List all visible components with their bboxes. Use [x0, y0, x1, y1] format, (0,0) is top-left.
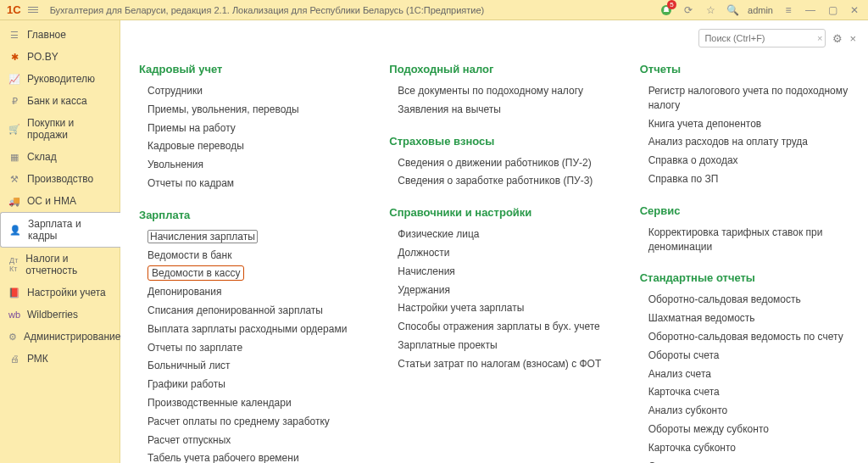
sidebar-item-settings[interactable]: 📕Настройки учета: [0, 282, 120, 304]
sidebar-item-label: Склад: [27, 151, 57, 163]
sidebar-item-label: ОС и НМА: [27, 195, 76, 207]
sidebar-item-label: Главное: [27, 29, 66, 41]
section-link[interactable]: Приемы на работу: [139, 120, 355, 138]
sidebar-item-label: Зарплата и кадры: [28, 218, 112, 242]
section-link[interactable]: Зарплатные проекты: [389, 337, 605, 355]
section-link[interactable]: Справка о доходах: [640, 152, 856, 170]
section-title: Подоходный налог: [389, 63, 605, 75]
section-link[interactable]: Шахматная ведомость: [640, 310, 856, 328]
section: Стандартные отчетыОборотно-сальдовая вед…: [640, 271, 856, 463]
section-link[interactable]: Книга учета депонентов: [640, 115, 856, 134]
section-title: Стандартные отчеты: [640, 271, 856, 284]
search-icon[interactable]: 🔍: [726, 3, 739, 17]
panel-settings-icon[interactable]: ⚙: [832, 32, 843, 45]
sidebar-item-wildberries[interactable]: wbWildberries: [0, 304, 120, 326]
user-label[interactable]: admin: [748, 5, 773, 15]
sidebar-item-rmk[interactable]: 🖨РМК: [0, 348, 120, 370]
section-link[interactable]: Обороты между субконто: [640, 421, 856, 439]
section-link[interactable]: Статьи затрат по налогам (взносам) с ФОТ: [389, 355, 605, 374]
sidebar-item-admin[interactable]: ⚙Администрирование: [0, 326, 120, 348]
section-link[interactable]: Больничный лист: [139, 357, 355, 376]
panel-close-icon[interactable]: ×: [849, 32, 856, 45]
section-link[interactable]: Начисления зарплаты: [139, 228, 355, 247]
section-link[interactable]: Заявления на вычеты: [389, 101, 605, 120]
section-link[interactable]: Оборотно-сальдовая ведомость: [640, 291, 856, 310]
favorites-icon[interactable]: ☆: [704, 3, 717, 17]
section-link[interactable]: Ведомости в банк: [139, 247, 355, 265]
sidebar-item-bank[interactable]: ₽Банк и касса: [0, 90, 120, 112]
main-panel: × ⚙ × Кадровый учетСотрудникиПриемы, уво…: [120, 20, 868, 463]
section-link[interactable]: Кадровые переводы: [139, 137, 355, 156]
search-input[interactable]: [698, 29, 826, 47]
sidebar: ☰Главное ✱PO.BY 📈Руководителю ₽Банк и ка…: [0, 20, 120, 463]
section-link[interactable]: Справка по ЗП: [640, 170, 856, 189]
menu-hamburger-icon[interactable]: [28, 7, 38, 13]
section-link[interactable]: Обороты счета: [640, 347, 856, 365]
section-link[interactable]: Физические лица: [389, 226, 605, 244]
section-link[interactable]: Расчет оплаты по среднему заработку: [139, 413, 355, 432]
section-link[interactable]: Увольнения: [139, 156, 355, 175]
section-link[interactable]: Корректировка тарифных ставок при деноми…: [640, 224, 856, 257]
section-link[interactable]: Графики работы: [139, 376, 355, 394]
sidebar-item-label: Производство: [27, 173, 93, 185]
section: ОтчетыРегистр налогового учета по подохо…: [640, 63, 856, 189]
sidebar-item-assets[interactable]: 🚚ОС и НМА: [0, 190, 120, 212]
section-link[interactable]: Анализ субконто: [640, 402, 856, 421]
section-link[interactable]: Сотрудники: [139, 82, 355, 101]
section-link[interactable]: Все документы по подоходному налогу: [389, 82, 605, 101]
sidebar-item-manager[interactable]: 📈Руководителю: [0, 68, 120, 90]
sidebar-item-taxes[interactable]: ДтКтНалоги и отчетность: [0, 248, 120, 282]
sidebar-item-production[interactable]: ⚒Производство: [0, 168, 120, 190]
section-link[interactable]: Сведения о движении работников (ПУ-2): [389, 154, 605, 173]
sidebar-item-sales[interactable]: 🛒Покупки и продажи: [0, 112, 120, 146]
section-link[interactable]: Сведения о заработке работников (ПУ-3): [389, 172, 605, 191]
notifications-badge: 5: [667, 0, 676, 9]
section-link[interactable]: Анализ расходов на оплату труда: [640, 133, 856, 152]
section-link[interactable]: Выплата зарплаты расходными ордерами: [139, 321, 355, 339]
sidebar-item-label: Налоги и отчетность: [25, 253, 111, 276]
titlebar: 1C Бухгалтерия для Беларуси, редакция 2.…: [0, 0, 868, 20]
sidebar-item-warehouse[interactable]: ▦Склад: [0, 146, 120, 168]
sidebar-item-label: PO.BY: [27, 51, 58, 63]
section-title: Отчеты: [640, 63, 856, 75]
section-link[interactable]: Производственные календари: [139, 394, 355, 413]
section: Справочники и настройкиФизические лицаДо…: [389, 206, 605, 373]
section-link[interactable]: Карточка счета: [640, 383, 856, 402]
sidebar-item-label: Руководителю: [27, 73, 95, 85]
section-link[interactable]: Отчеты по кадрам: [139, 175, 355, 193]
section: Подоходный налогВсе документы по подоход…: [389, 63, 605, 120]
sidebar-item-poby[interactable]: ✱PO.BY: [0, 46, 120, 68]
section-link[interactable]: Должности: [389, 244, 605, 263]
section-link[interactable]: Настройки учета зарплаты: [389, 299, 605, 318]
sidebar-item-label: РМК: [27, 353, 48, 365]
sidebar-item-label: Wildberries: [27, 309, 78, 321]
section-link[interactable]: Карточка субконто: [640, 439, 856, 458]
section-link[interactable]: Начисления: [389, 263, 605, 282]
section-link[interactable]: Оборотно-сальдовая ведомость по счету: [640, 328, 856, 347]
maximize-icon[interactable]: ▢: [826, 3, 839, 17]
section-title: Страховые взносы: [389, 135, 605, 148]
sidebar-item-label: Настройки учета: [27, 287, 106, 298]
section-link[interactable]: Сводные проводки: [640, 458, 856, 463]
sidebar-item-payroll[interactable]: 👤Зарплата и кадры: [0, 212, 120, 248]
section-link[interactable]: Способы отражения зарплаты в бух. учете: [389, 318, 605, 337]
section-link[interactable]: Ведомости в кассу: [139, 265, 355, 283]
search-clear-icon[interactable]: ×: [817, 33, 822, 43]
section-link[interactable]: Списания депонированной зарплаты: [139, 302, 355, 321]
minimize-icon[interactable]: —: [804, 3, 817, 17]
history-icon[interactable]: ⟳: [682, 3, 695, 17]
section-link[interactable]: Депонирования: [139, 283, 355, 302]
section-link[interactable]: Расчет отпускных: [139, 432, 355, 450]
section-link[interactable]: Табель учета рабочего времени: [139, 449, 355, 463]
section-link[interactable]: Отчеты по зарплате: [139, 339, 355, 358]
notifications-icon[interactable]: 5: [659, 3, 673, 17]
section: ЗарплатаНачисления зарплатыВедомости в б…: [139, 209, 355, 463]
section-link[interactable]: Анализ счета: [640, 365, 856, 384]
close-window-icon[interactable]: ✕: [848, 3, 861, 17]
section-link[interactable]: Приемы, увольнения, переводы: [139, 101, 355, 120]
section-link[interactable]: Удержания: [389, 282, 605, 300]
section-link[interactable]: Регистр налогового учета по подоходному …: [640, 82, 856, 115]
sidebar-item-main[interactable]: ☰Главное: [0, 24, 120, 46]
app-logo: 1C: [7, 3, 21, 16]
filter-icon[interactable]: ≡: [782, 3, 795, 17]
